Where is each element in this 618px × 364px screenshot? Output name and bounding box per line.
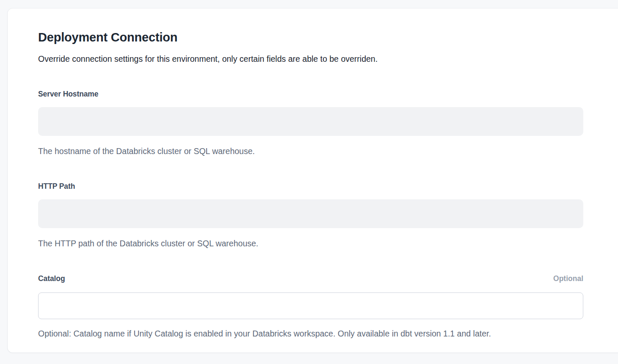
- page-subtitle: Override connection settings for this en…: [38, 53, 583, 65]
- http-path-helper: The HTTP path of the Databricks cluster …: [38, 237, 583, 249]
- catalog-label: Catalog: [38, 274, 65, 284]
- server-hostname-helper: The hostname of the Databricks cluster o…: [38, 145, 583, 157]
- server-hostname-input: [38, 107, 583, 136]
- http-path-field: HTTP Path The HTTP path of the Databrick…: [38, 182, 583, 249]
- card-content: Deployment Connection Override connectio…: [8, 8, 583, 339]
- http-path-label: HTTP Path: [38, 182, 75, 191]
- catalog-helper: Optional: Catalog name if Unity Catalog …: [38, 328, 583, 339]
- server-hostname-field: Server Hostname The hostname of the Data…: [38, 89, 583, 157]
- http-path-input: [38, 199, 583, 228]
- deployment-connection-card: Deployment Connection Override connectio…: [8, 8, 618, 353]
- catalog-optional-badge: Optional: [553, 274, 583, 284]
- catalog-field: Catalog Optional Optional: Catalog name …: [38, 274, 583, 339]
- page-title: Deployment Connection: [38, 30, 583, 45]
- server-hostname-label: Server Hostname: [38, 89, 98, 99]
- catalog-input[interactable]: [38, 292, 583, 319]
